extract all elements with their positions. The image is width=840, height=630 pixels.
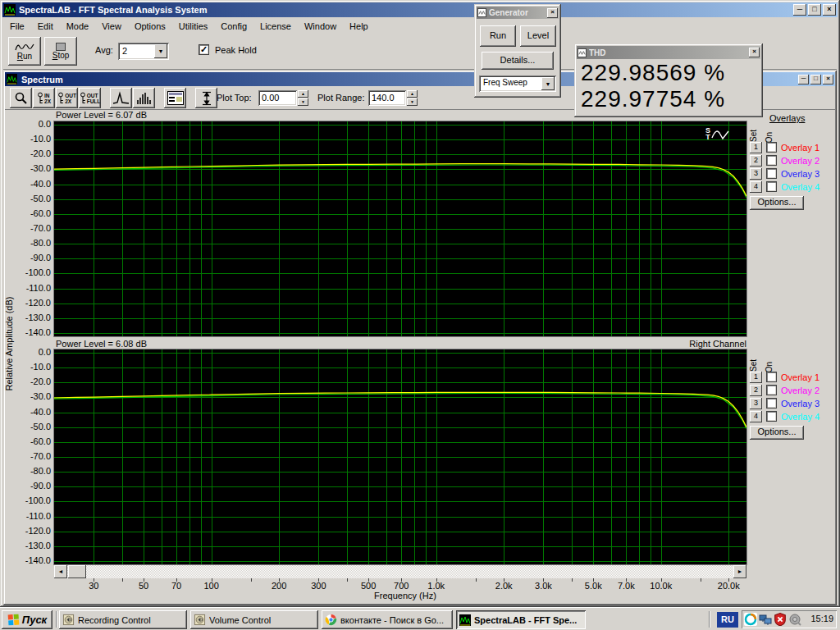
overlay-on-checkbox-3[interactable] (766, 398, 777, 409)
start-button-label: Пуск (22, 614, 47, 626)
overlay-set-button-4[interactable]: 4 (750, 411, 762, 422)
scrollbar-thumb[interactable] (68, 565, 86, 578)
maximize-icon[interactable]: □ (808, 4, 821, 16)
scale-range-button[interactable] (195, 88, 217, 108)
y-tick-label: -130.0 (3, 541, 51, 550)
main-window-title: SpectraLAB - FFT Spectral Analysis Syste… (19, 5, 792, 15)
menu-item-license[interactable]: License (253, 20, 298, 33)
taskbar-button-4[interactable]: SpectraLAB - FFT Spe... (456, 610, 586, 629)
peak-hold-checkbox[interactable]: ✓ (199, 44, 209, 55)
y-tick-label: -70.0 (3, 451, 51, 461)
generator-signal-combobox[interactable]: Freq Sweep ▼ (479, 75, 556, 92)
close-icon[interactable]: × (547, 8, 558, 18)
plot-range-field[interactable]: 140.0 (368, 90, 406, 106)
plot-top-spinner[interactable]: ▲ ▼ (298, 90, 308, 106)
x-tick-label: 2.0k (495, 581, 513, 591)
overlay-on-checkbox-1[interactable] (766, 372, 777, 382)
stop-button[interactable]: Stop (44, 37, 77, 66)
minimize-icon[interactable]: ─ (798, 75, 809, 84)
input-2x-button[interactable]: IN2X (33, 88, 55, 108)
audio-device-icon[interactable] (788, 613, 801, 626)
app-ring-icon[interactable] (744, 613, 757, 626)
key-icon (37, 92, 43, 104)
taskbar: Пуск Recording ControlVolume Controlвкон… (0, 607, 840, 630)
output-full-button[interactable]: OUTFULL (79, 88, 101, 108)
desktop: SpectraLAB - FFT Spectral Analysis Syste… (0, 0, 840, 630)
overlay-set-button-3[interactable]: 3 (750, 168, 762, 180)
plot-range-spinner[interactable]: ▲ ▼ (407, 90, 418, 106)
overlay-label-2: Overlay 2 (781, 156, 819, 166)
y-tick-label: -90.0 (3, 481, 51, 491)
overlay-set-button-2[interactable]: 2 (750, 385, 762, 396)
scroll-left-icon[interactable]: ◄ (54, 565, 67, 578)
maximize-icon[interactable]: □ (810, 75, 821, 84)
y-tick-label: -30.0 (3, 391, 51, 401)
overlay-set-button-1[interactable]: 1 (750, 372, 762, 383)
generator-run-button[interactable]: Run (480, 25, 516, 47)
overlay-on-checkbox-3[interactable] (766, 168, 777, 179)
spin-up-icon: ▲ (298, 90, 308, 98)
plot-top-field[interactable]: 0.00 (258, 90, 297, 106)
x-tick-label: 5.0k (585, 581, 602, 591)
overlay-set-button-1[interactable]: 1 (750, 142, 762, 153)
x-minor-tick-mark (476, 578, 477, 582)
overlay-on-checkbox-2[interactable] (766, 385, 777, 395)
thd-value-left: 229.98569 % (581, 60, 725, 86)
overlay-set-button-2[interactable]: 2 (750, 155, 762, 167)
peak-display-button[interactable] (110, 88, 132, 108)
generator-details-button[interactable]: Details... (482, 52, 554, 70)
display-options-button[interactable] (164, 88, 186, 108)
avg-value: 2 (122, 46, 127, 56)
menu-item-help[interactable]: Help (343, 20, 375, 33)
bar-display-button[interactable] (133, 88, 155, 108)
x-tick-label: 1.0k (427, 581, 445, 591)
overlay-on-checkbox-2[interactable] (766, 155, 777, 166)
overlay-set-button-4[interactable]: 4 (750, 181, 762, 193)
overlay-options-button[interactable]: Options... (750, 196, 804, 210)
spectralab-icon (459, 614, 471, 626)
taskbar-button-2[interactable]: Volume Control (190, 610, 318, 629)
close-icon[interactable]: × (823, 75, 833, 84)
spectrum-plot-right[interactable] (54, 349, 746, 564)
output-2x-button[interactable]: OUT2X (56, 88, 78, 108)
spectrum-plot-left[interactable] (54, 121, 746, 336)
y-tick-label: -60.0 (3, 436, 51, 446)
chevron-down-icon[interactable]: ▼ (154, 44, 167, 58)
menu-item-window[interactable]: Window (298, 20, 343, 33)
start-button[interactable]: Пуск (2, 610, 52, 629)
windows-logo-icon (7, 614, 20, 626)
x-minor-tick-mark (122, 578, 123, 582)
close-icon[interactable]: × (749, 48, 760, 57)
chevron-down-icon[interactable]: ▼ (541, 77, 555, 90)
run-button[interactable]: Run (8, 37, 41, 66)
frequency-scrollbar[interactable]: ◄ ► (54, 565, 746, 578)
menu-item-file[interactable]: File (3, 20, 31, 33)
scroll-right-icon[interactable]: ► (733, 565, 746, 578)
minimize-icon[interactable]: ─ (793, 4, 806, 16)
overlay-on-checkbox-1[interactable] (766, 142, 777, 153)
overlays-link[interactable]: Overlays (769, 113, 805, 123)
y-tick-label: -140.0 (3, 327, 51, 337)
overlay-on-checkbox-4[interactable] (766, 411, 777, 422)
network-icon[interactable] (759, 613, 772, 626)
generator-level-button[interactable]: Level (520, 25, 556, 47)
menu-item-utilities[interactable]: Utilities (172, 20, 214, 33)
avg-combobox[interactable]: 2 ▼ (118, 43, 169, 60)
taskbar-button-1[interactable]: Recording Control (59, 610, 187, 629)
overlay-options-button[interactable]: Options... (750, 426, 804, 440)
menu-item-config[interactable]: Config (214, 20, 253, 33)
y-tick-label: -120.0 (3, 298, 51, 308)
zoom-button[interactable] (10, 88, 32, 108)
menu-item-options[interactable]: Options (128, 20, 172, 33)
close-icon[interactable]: × (823, 4, 836, 16)
taskbar-button-3[interactable]: вконтакте - Поиск в Go... (322, 610, 453, 629)
generator-title: Generator (489, 8, 546, 17)
menu-item-mode[interactable]: Mode (60, 20, 96, 33)
overlay-on-checkbox-4[interactable] (766, 181, 777, 192)
volume-control-icon (194, 614, 206, 626)
overlay-set-button-3[interactable]: 3 (750, 398, 762, 409)
menu-item-view[interactable]: View (95, 20, 128, 33)
menu-item-edit[interactable]: Edit (31, 20, 60, 33)
antivirus-shield-icon[interactable] (774, 613, 787, 626)
language-indicator[interactable]: RU (717, 612, 738, 628)
